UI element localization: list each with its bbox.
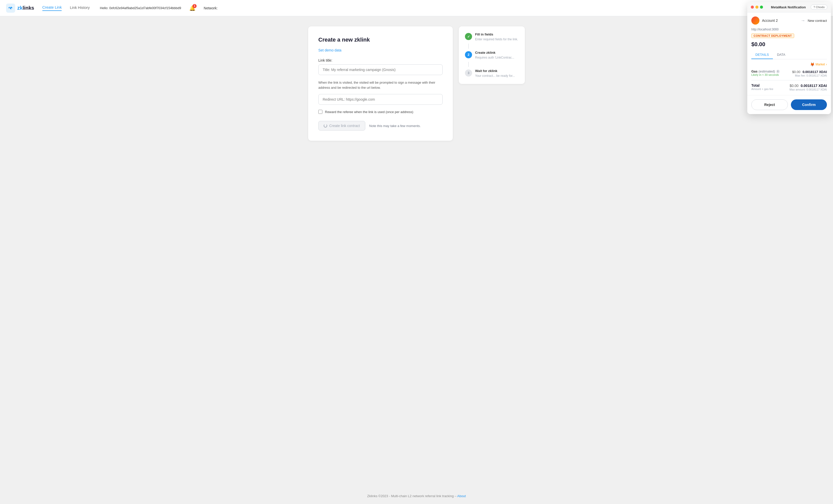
step-2-icon: 2 xyxy=(465,51,472,58)
mm-close-dot[interactable] xyxy=(751,6,754,9)
step-3: 3 Wait for zklink Your contract... be re… xyxy=(465,69,519,78)
mm-market-icon: 🦊 xyxy=(810,62,814,67)
footer: Zklinks ©2023 - Multi-chain L2 network r… xyxy=(0,488,833,504)
mm-account-name: Account 2 xyxy=(762,19,798,23)
logo-text: zklinks xyxy=(17,5,34,11)
form-card: Create a new zklink Set demo data Link t… xyxy=(308,26,453,141)
mm-total-main: 0.0018117 XDAI xyxy=(801,84,827,88)
mm-chiado-button[interactable]: ? Chiodo xyxy=(811,5,827,10)
notification-badge: 1 xyxy=(192,4,196,8)
link-title-label: Link title: xyxy=(318,58,443,62)
reward-checkbox-label: Reward the referee when the link is used… xyxy=(325,110,413,114)
main-content: Create a new zklink Set demo data Link t… xyxy=(0,16,833,151)
mm-title: MetaMask Notification xyxy=(766,5,811,9)
link-title-input[interactable] xyxy=(318,65,443,75)
mm-total-label-group: Total Amount + gas fee xyxy=(751,83,774,91)
step-connector-1 xyxy=(468,44,469,49)
step-2-desc: Requires auth 'LinkContrac... xyxy=(475,55,514,60)
mm-tabs: DETAILS DATA xyxy=(751,51,827,59)
mm-total-max-value: 0.0018117 XDAI xyxy=(806,88,827,91)
mm-tab-details[interactable]: DETAILS xyxy=(751,51,773,59)
mm-new-contract: New contract xyxy=(808,19,827,23)
step-connector-2 xyxy=(468,62,469,67)
step-1-desc: Enter required fields for the link. xyxy=(475,37,518,42)
navbar: zklinks Create Link Link History Hello: … xyxy=(0,0,833,16)
description-text: When the link is visited, the visited wi… xyxy=(318,80,443,90)
step-3-title: Wait for zklink xyxy=(475,69,515,73)
redirect-url-input[interactable] xyxy=(318,94,443,105)
mm-market-link[interactable]: Market xyxy=(815,62,825,66)
reward-checkbox-row: Reward the referee when the link is used… xyxy=(318,110,443,114)
mm-gas-label-group: Gas (estimated) i Likely in < 30 seconds xyxy=(751,70,780,76)
form-title: Create a new zklink xyxy=(318,36,443,43)
mm-amount: $0.00 xyxy=(751,41,827,48)
step-1-title: Fill in fields xyxy=(475,32,518,36)
footer-text: Zklinks ©2023 - Multi-chain L2 network r… xyxy=(367,494,457,498)
mm-total-amount: $0.00 0.0018117 XDAI xyxy=(790,83,827,88)
mm-total-sublabel: Amount + gas fee xyxy=(751,87,774,91)
mm-total-label: Total xyxy=(751,83,774,87)
mm-contract-badge: CONTRACT DEPLOYMENT xyxy=(751,33,794,38)
mm-arrow-icon: → xyxy=(801,18,805,23)
mm-avatar xyxy=(751,17,759,25)
metamask-notification: MetaMask Notification ? Chiodo Account 2… xyxy=(747,2,831,114)
nav-link-history[interactable]: Link History xyxy=(70,5,90,11)
mm-account-row: Account 2 → New contract xyxy=(751,17,827,25)
logo[interactable]: zklinks xyxy=(6,4,34,13)
network-label: Network: xyxy=(204,6,218,10)
mm-body: Account 2 → New contract http://localhos… xyxy=(747,12,831,95)
mm-reject-button[interactable]: Reject xyxy=(751,99,788,110)
step-1-content: Fill in fields Enter required fields for… xyxy=(475,32,518,42)
create-btn-label: Create link contract xyxy=(329,124,360,128)
mm-maximize-dot[interactable] xyxy=(760,6,763,9)
reward-checkbox[interactable] xyxy=(318,110,323,114)
wallet-address: Hello: 0xfc62e94af9abd25a1d7abfe00f7034c… xyxy=(100,6,181,10)
mm-tab-data[interactable]: DATA xyxy=(773,51,789,59)
spinner-icon xyxy=(324,124,327,128)
mm-minimize-dot[interactable] xyxy=(755,6,758,9)
mm-market-chevron: › xyxy=(826,62,827,66)
mm-titlebar: MetaMask Notification ? Chiodo xyxy=(747,2,831,12)
mm-total-values: $0.00 0.0018117 XDAI Max amount: 0.00181… xyxy=(790,83,827,91)
mm-gas-row: Gas (estimated) i Likely in < 30 seconds… xyxy=(751,70,827,77)
mm-divider xyxy=(751,80,827,80)
mm-gas-max: Max fee: 0.0018117 XDAI xyxy=(792,74,827,77)
mm-window-controls xyxy=(751,6,763,9)
mm-total-row: Total Amount + gas fee $0.00 0.0018117 X… xyxy=(751,83,827,91)
mm-gas-main: 0.0018117 XDAI xyxy=(803,70,827,74)
mm-gas-info-icon[interactable]: i xyxy=(776,70,780,73)
note-text: Note this may take a few moments. xyxy=(369,124,421,128)
mm-chiado-icon: ? xyxy=(813,6,815,9)
logo-icon xyxy=(6,4,15,13)
set-demo-link[interactable]: Set demo data xyxy=(318,48,443,52)
mm-action-row: Reject Confirm xyxy=(747,95,831,114)
step-1-icon: ✓ xyxy=(465,33,472,40)
mm-gas-values: $0.00 0.0018117 XDAI Max fee: 0.0018117 … xyxy=(792,70,827,77)
notification-button[interactable]: 🔔 1 xyxy=(189,5,195,11)
step-1: ✓ Fill in fields Enter required fields f… xyxy=(465,32,519,42)
step-2: 2 Create zklink Requires auth 'LinkContr… xyxy=(465,51,519,60)
mm-confirm-button[interactable]: Confirm xyxy=(791,99,827,110)
create-btn-row: Create link contract Note this may take … xyxy=(318,121,443,131)
mm-gas-label: Gas (estimated) i xyxy=(751,70,780,73)
mm-total-max: Max amount: 0.0018117 XDAI xyxy=(790,88,827,91)
mm-gas-likely: Likely in < 30 seconds xyxy=(751,73,780,76)
mm-gas-amount: $0.00 0.0018117 XDAI xyxy=(792,70,827,74)
about-link[interactable]: About xyxy=(457,494,466,498)
step-3-content: Wait for zklink Your contract... be read… xyxy=(475,69,515,78)
step-2-content: Create zklink Requires auth 'LinkContrac… xyxy=(475,51,514,60)
mm-url: http://localhost:3000 xyxy=(751,28,827,31)
step-2-title: Create zklink xyxy=(475,51,514,54)
nav-create-link[interactable]: Create Link xyxy=(42,5,62,11)
mm-gas-max-value: 0.0018117 XDAI xyxy=(806,74,827,77)
step-3-desc: Your contract... be ready for... xyxy=(475,74,515,78)
mm-gas-sublabel: (estimated) xyxy=(759,70,775,73)
create-link-button[interactable]: Create link contract xyxy=(318,121,365,131)
mm-market-row: 🦊 Market › xyxy=(751,62,827,67)
steps-card: ✓ Fill in fields Enter required fields f… xyxy=(459,26,525,84)
mm-chiado-label: Chiodo xyxy=(816,6,825,9)
step-3-icon: 3 xyxy=(465,70,472,77)
